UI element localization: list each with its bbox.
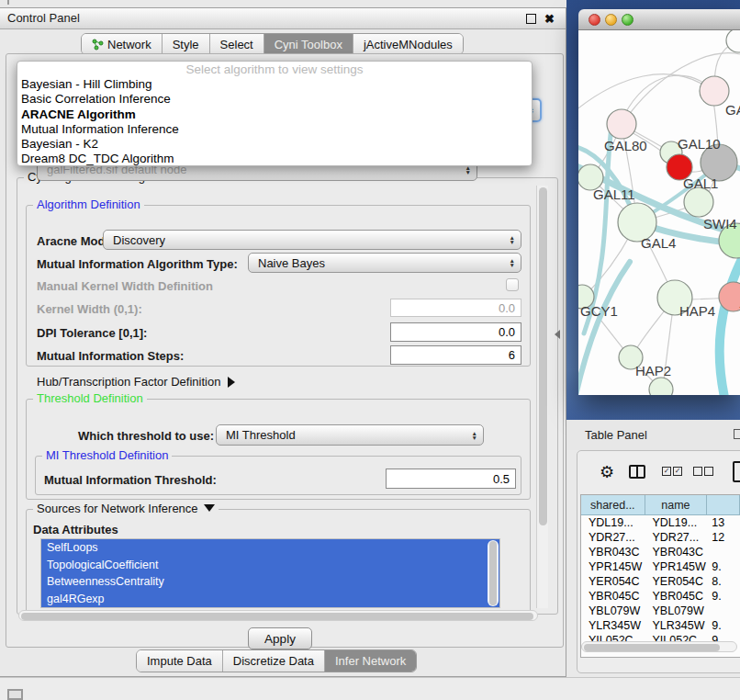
table-hscrollbar-track[interactable] (581, 641, 737, 652)
deselect-all-icon[interactable] (693, 467, 713, 476)
tab-discretize-data[interactable]: Discretize Data (223, 650, 325, 672)
application-window: Control Panel ✖ NetworkStyleSelectCyni T… (0, 0, 740, 700)
zoom-traffic-light-icon[interactable] (622, 14, 633, 26)
kernel-width-field[interactable]: 0.0 (390, 299, 521, 317)
manual-kernel-checkbox[interactable] (506, 278, 519, 291)
dropdown-item[interactable]: Bayesian - Hill Climbing (17, 77, 532, 92)
network-node-label: GAL80 (604, 138, 647, 153)
attribute-item[interactable]: TopologicalCoefficient (41, 557, 499, 574)
table-row[interactable]: YLR345WYLR345W9. (581, 618, 740, 633)
mi-type-combobox[interactable]: Naive Bayes ▲▼ (248, 253, 521, 273)
table-body: YDL19...YDL19...13YDR27...YDR27...12YBR0… (581, 515, 740, 648)
aracne-mode-value: Discovery (113, 233, 165, 247)
dropdown-item[interactable]: Mutual Information Inference (17, 122, 532, 137)
table-row[interactable]: YDL19...YDL19...13 (581, 515, 740, 530)
tab-select[interactable]: Select (210, 34, 264, 54)
close-icon[interactable]: ✖ (544, 12, 555, 26)
table-row[interactable]: YDR27...YDR27...12 (581, 530, 740, 545)
table-row[interactable]: YBL079WYBL079W (581, 604, 740, 618)
attributes-scrollbar-thumb[interactable] (489, 541, 497, 605)
settings-scrollbar-track[interactable] (536, 186, 548, 608)
threshold-title: Threshold Definition (33, 391, 147, 405)
table-panel-title: Table Panel (585, 428, 647, 442)
table-row[interactable]: YBR043CYBR043C (581, 545, 740, 559)
attributes-scrollbar-track[interactable] (488, 540, 499, 606)
select-all-icon[interactable]: ✓✓ (662, 467, 682, 476)
attribute-item[interactable]: gal4RGexp (41, 591, 499, 608)
tab-label: Cyni Toolbox (275, 38, 342, 51)
network-graph: GALGAL80GAL10GAL11GAL1SWI4GAL4GCY1HAP4YH… (578, 30, 740, 395)
data-attributes-list[interactable]: SelfLoopsTopologicalCoefficientBetweenne… (40, 538, 500, 608)
network-node-label: GAL4 (641, 235, 676, 251)
tab-impute-data[interactable]: Impute Data (137, 650, 223, 672)
new-table-icon[interactable] (733, 461, 740, 482)
hub-definition-label: Hub/Transcription Factor Definition (37, 375, 220, 389)
table-row[interactable]: YER054CYER054C8. (581, 574, 740, 589)
column-header[interactable]: name (645, 495, 708, 515)
table-cell: YBR043C (581, 545, 645, 559)
dropdown-item[interactable]: Basic Correlation Inference (17, 92, 532, 107)
algorithm-definition-title: Algorithm Definition (33, 198, 144, 211)
mi-threshold-label: Mutual Information Threshold: (44, 473, 217, 487)
dropdown-item[interactable]: Bayesian - K2 (17, 137, 532, 152)
table-cell: YER054C (645, 574, 708, 589)
mi-threshold-field[interactable]: 0.5 (386, 469, 516, 489)
settings-hscrollbar-track[interactable] (18, 610, 538, 621)
table-header-row: shared...name (581, 495, 740, 515)
minimized-panel-icon[interactable] (7, 689, 23, 700)
dropdown-item[interactable]: Dream8 DC_TDC Algorithm (17, 152, 532, 166)
dropdown-item[interactable]: ARACNE Algorithm (17, 107, 532, 122)
table-hscrollbar-thumb[interactable] (584, 644, 720, 651)
column-header[interactable]: shared... (581, 495, 645, 515)
network-window: GALGAL80GAL10GAL11GAL1SWI4GAL4GCY1HAP4YH… (578, 9, 740, 395)
sources-toggle[interactable]: Sources for Network Inference (33, 502, 219, 515)
settings-hscrollbar-thumb[interactable] (21, 613, 533, 620)
network-canvas[interactable]: GALGAL80GAL10GAL11GAL1SWI4GAL4GCY1HAP4YH… (578, 30, 740, 395)
tab-network[interactable]: Network (82, 34, 163, 54)
network-edge-highlighted[interactable] (720, 254, 740, 395)
hub-definition-toggle[interactable]: Hub/Transcription Factor Definition (37, 375, 235, 389)
top-tab-bar: NetworkStyleSelectCyni ToolboxjActiveMNo… (81, 33, 464, 55)
network-edge[interactable] (578, 74, 712, 111)
tab-style[interactable]: Style (163, 34, 210, 54)
network-node-label: GAL11 (593, 186, 635, 202)
pane-collapse-arrow-icon[interactable] (555, 330, 560, 339)
columns-icon[interactable] (629, 465, 645, 479)
dropdown-placeholder: Select algorithm to view settings (17, 62, 532, 77)
sources-title: Sources for Network Inference (37, 502, 198, 515)
gear-icon[interactable]: ⚙ (600, 462, 614, 482)
network-node[interactable] (607, 109, 636, 139)
attribute-item[interactable]: SelfLoops (41, 539, 499, 557)
attribute-item[interactable]: BetweennessCentrality (41, 573, 499, 591)
table-cell: YBR043C (645, 545, 708, 559)
network-node[interactable] (726, 30, 740, 52)
close-traffic-light-icon[interactable] (589, 14, 600, 26)
which-threshold-combobox[interactable]: MI Threshold ▲▼ (216, 424, 484, 446)
dpi-tolerance-field[interactable]: 0.0 (390, 322, 521, 342)
node-table[interactable]: shared...name YDL19...YDL19...13YDR27...… (580, 494, 740, 658)
table-row[interactable]: YPR145WYPR145W9. (581, 559, 740, 574)
minimize-traffic-light-icon[interactable] (605, 14, 617, 26)
table-cell: YDR27... (581, 530, 645, 545)
table-row[interactable]: YBR045CYBR045C9. (581, 589, 740, 604)
table-cell: 9. (707, 618, 740, 633)
table-cell: YPR145W (645, 559, 708, 574)
column-header[interactable] (707, 495, 740, 515)
network-window-titlebar[interactable] (578, 9, 740, 30)
apply-button[interactable]: Apply (248, 627, 312, 649)
kernel-width-label: Kernel Width (0,1): (37, 302, 142, 316)
settings-scrollbar-thumb[interactable] (539, 187, 547, 525)
network-node[interactable] (684, 187, 713, 217)
float-icon[interactable] (526, 14, 536, 24)
table-panel-float-icon[interactable] (734, 429, 740, 439)
aracne-mode-combobox[interactable]: Discovery ▲▼ (103, 230, 521, 250)
mi-steps-field[interactable]: 6 (390, 345, 521, 365)
table-cell: YBR045C (645, 589, 708, 604)
table-cell: YLR345W (645, 618, 708, 633)
tab-jactivemnodules[interactable]: jActiveMNodules (353, 34, 463, 54)
which-threshold-label: Which threshold to use: (78, 429, 214, 443)
table-cell (707, 604, 740, 618)
tab-cyni-toolbox[interactable]: Cyni Toolbox (264, 34, 353, 54)
network-node-label: HAP2 (635, 363, 671, 378)
tab-infer-network[interactable]: Infer Network (325, 650, 416, 672)
